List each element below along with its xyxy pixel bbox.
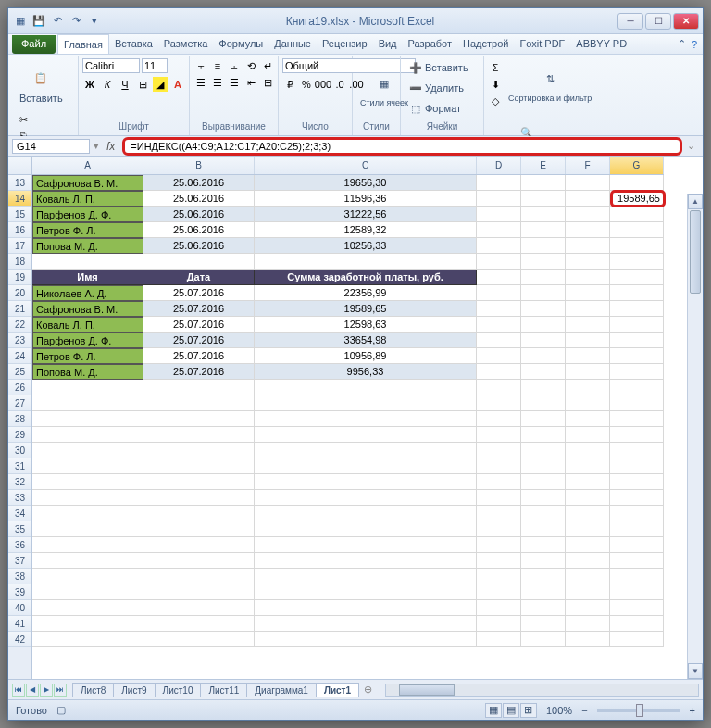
cell[interactable]: Попова М. Д. (32, 364, 143, 380)
row-header[interactable]: 15 (8, 207, 31, 222)
cell[interactable] (32, 474, 143, 490)
cell[interactable] (521, 222, 566, 238)
sheet-tab[interactable]: Диаграмма1 (246, 683, 317, 697)
cell[interactable] (610, 364, 664, 380)
cell[interactable] (566, 553, 610, 569)
cell[interactable]: 10956,89 (255, 348, 477, 364)
cell[interactable] (521, 427, 566, 443)
cell[interactable] (255, 395, 477, 411)
cell[interactable] (255, 380, 477, 395)
row-header[interactable]: 32 (8, 474, 31, 490)
hscroll-thumb[interactable] (399, 684, 455, 696)
cell[interactable] (566, 254, 610, 270)
row-header[interactable]: 18 (8, 254, 31, 270)
cell[interactable] (32, 458, 143, 474)
cell[interactable] (566, 364, 610, 380)
cell[interactable] (143, 632, 255, 647)
cell[interactable] (477, 458, 521, 474)
cell[interactable] (521, 175, 566, 191)
cell[interactable]: 25.07.2016 (143, 301, 255, 317)
zoom-out-icon[interactable]: − (581, 705, 587, 716)
cell[interactable] (255, 569, 477, 584)
cell[interactable]: 25.06.2016 (143, 207, 255, 222)
cell[interactable] (143, 537, 255, 553)
sort-filter-button[interactable]: ⇅ Сортировка и фильтр (505, 58, 595, 110)
cell[interactable] (143, 506, 255, 521)
cell[interactable] (255, 443, 477, 458)
cell[interactable] (32, 427, 143, 443)
indent-dec-icon[interactable]: ⇤ (243, 75, 258, 90)
cell[interactable] (610, 348, 664, 364)
cell[interactable] (32, 584, 143, 600)
cell[interactable] (566, 333, 610, 348)
cell[interactable] (610, 285, 664, 301)
minimize-button[interactable]: ─ (617, 13, 643, 30)
cell[interactable] (521, 364, 566, 380)
scroll-down-icon[interactable]: ▼ (688, 663, 703, 679)
sheet-tab[interactable]: Лист10 (155, 683, 202, 697)
col-header-E[interactable]: E (521, 157, 566, 174)
delete-cells-button[interactable]: ➖Удалить (405, 79, 468, 97)
cell[interactable] (521, 616, 566, 632)
tab-formulas[interactable]: Формулы (213, 34, 268, 54)
cell[interactable] (566, 443, 610, 458)
page-layout-icon[interactable]: ▤ (503, 703, 519, 718)
cell[interactable] (610, 490, 664, 506)
cell[interactable] (143, 395, 255, 411)
tab-abbyy[interactable]: ABBYY PD (570, 34, 632, 54)
cell[interactable]: 19589,65 (255, 301, 477, 317)
cell[interactable] (521, 238, 566, 254)
cell[interactable] (143, 458, 255, 474)
row-header[interactable]: 27 (8, 395, 31, 411)
insert-cells-button[interactable]: ➕Вставить (405, 58, 472, 77)
cell[interactable] (521, 632, 566, 647)
tab-addins[interactable]: Надстрой (457, 34, 514, 54)
cell[interactable] (610, 553, 664, 569)
cell[interactable] (477, 584, 521, 600)
cell[interactable] (566, 285, 610, 301)
cell[interactable] (566, 521, 610, 537)
cell[interactable] (610, 458, 664, 474)
cell[interactable] (521, 474, 566, 490)
formula-expand-icon[interactable]: ⌄ (687, 140, 695, 152)
cell[interactable] (566, 175, 610, 191)
cell[interactable] (32, 380, 143, 395)
cell[interactable] (521, 254, 566, 270)
cell[interactable] (255, 616, 477, 632)
cell[interactable]: 25.07.2016 (143, 285, 255, 301)
sheet-last-icon[interactable]: ⏭ (54, 684, 67, 697)
cell[interactable] (32, 600, 143, 616)
name-box[interactable] (12, 139, 90, 154)
sheet-tab[interactable]: Лист8 (72, 683, 114, 697)
sheet-tab[interactable]: Лист11 (200, 683, 247, 697)
percent-icon[interactable]: % (299, 77, 314, 92)
cell[interactable] (521, 521, 566, 537)
vscroll-thumb[interactable] (690, 210, 701, 294)
cell[interactable] (32, 506, 143, 521)
cell[interactable]: Коваль Л. П. (32, 191, 143, 207)
align-left-icon[interactable]: ☰ (193, 75, 208, 90)
cell[interactable]: 19656,30 (255, 175, 477, 191)
cell[interactable] (566, 632, 610, 647)
cell[interactable] (521, 301, 566, 317)
cell[interactable] (610, 537, 664, 553)
cell[interactable] (521, 317, 566, 333)
cell[interactable] (32, 553, 143, 569)
row-header[interactable]: 34 (8, 506, 31, 521)
cell[interactable] (521, 600, 566, 616)
align-right-icon[interactable]: ☰ (227, 75, 242, 90)
cell[interactable]: Коваль Л. П. (32, 317, 143, 333)
tab-data[interactable]: Данные (268, 34, 317, 54)
cell[interactable]: 25.07.2016 (143, 317, 255, 333)
cell[interactable] (255, 584, 477, 600)
cell[interactable]: Петров Ф. Л. (32, 222, 143, 238)
cell[interactable] (566, 506, 610, 521)
cell[interactable] (477, 285, 521, 301)
cell[interactable]: 9956,33 (255, 364, 477, 380)
cell[interactable] (477, 537, 521, 553)
cell[interactable]: 31222,56 (255, 207, 477, 222)
cell[interactable] (32, 569, 143, 584)
row-header[interactable]: 28 (8, 411, 31, 427)
cell[interactable] (477, 317, 521, 333)
formula-input[interactable]: =ИНДЕКС((A4:C9;A12:C17;A20:C25);2;3;3) (122, 137, 682, 156)
